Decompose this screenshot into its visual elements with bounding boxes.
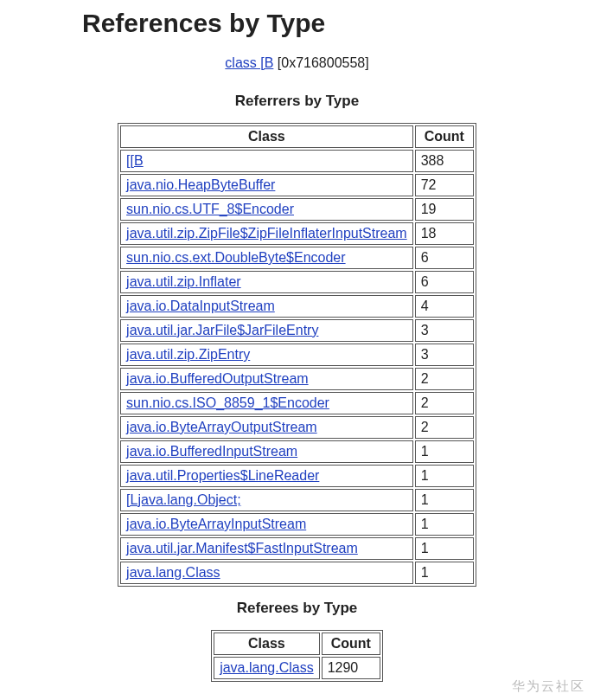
class-link[interactable]: java.io.DataInputStream — [126, 299, 275, 313]
count-cell: 388 — [415, 150, 474, 172]
class-cell: java.io.DataInputStream — [120, 295, 413, 318]
count-cell: 1 — [415, 489, 474, 511]
table-row: java.util.zip.ZipFile$ZipFileInflaterInp… — [120, 222, 474, 245]
class-cell: java.util.jar.Manifest$FastInputStream — [120, 537, 413, 560]
table-row: java.io.BufferedOutputStream2 — [120, 368, 474, 390]
table-row: sun.nio.cs.ext.DoubleByte$Encoder6 — [120, 247, 474, 269]
class-cell: java.io.BufferedInputStream — [120, 440, 413, 463]
class-link[interactable]: java.io.ByteArrayInputStream — [126, 517, 306, 531]
count-cell: 2 — [415, 368, 474, 390]
count-cell: 18 — [415, 222, 474, 245]
table-row: java.lang.Class1 — [120, 562, 474, 584]
table-row: sun.nio.cs.ISO_8859_1$Encoder2 — [120, 392, 474, 414]
count-cell: 72 — [415, 174, 474, 196]
class-cell: sun.nio.cs.ISO_8859_1$Encoder — [120, 392, 413, 414]
class-cell: [Ljava.lang.Object; — [120, 489, 413, 511]
referees-col-class: Class — [214, 633, 320, 655]
class-link[interactable]: sun.nio.cs.ISO_8859_1$Encoder — [126, 395, 329, 410]
class-link[interactable]: java.io.BufferedOutputStream — [126, 371, 309, 386]
referees-table: Class Count java.lang.Class1290 — [211, 630, 383, 682]
class-cell: java.io.ByteArrayInputStream — [120, 513, 413, 536]
referrers-table: Class Count [[B388java.nio.HeapByteBuffe… — [118, 123, 476, 587]
table-row: [[B388 — [120, 150, 474, 172]
class-cell: java.lang.Class — [214, 657, 320, 679]
page-title: References by Type — [82, 9, 577, 38]
class-cell: java.util.zip.ZipFile$ZipFileInflaterInp… — [120, 222, 413, 245]
table-row: java.nio.HeapByteBuffer72 — [120, 174, 474, 196]
class-cell: sun.nio.cs.UTF_8$Encoder — [120, 198, 413, 221]
count-cell: 1 — [415, 537, 474, 560]
subject-line: class [B [0x716800558] — [17, 55, 577, 71]
class-cell: sun.nio.cs.ext.DoubleByte$Encoder — [120, 247, 413, 269]
table-row: java.util.zip.ZipEntry3 — [120, 344, 474, 366]
table-row: java.util.jar.Manifest$FastInputStream1 — [120, 537, 474, 560]
class-link[interactable]: java.util.zip.Inflater — [126, 274, 241, 289]
class-cell: java.util.zip.ZipEntry — [120, 344, 413, 366]
class-cell: java.util.jar.JarFile$JarFileEntry — [120, 319, 413, 342]
class-link[interactable]: java.lang.Class — [126, 565, 220, 580]
table-row: java.util.Properties$LineReader1 — [120, 465, 474, 487]
class-link[interactable]: java.util.zip.ZipFile$ZipFileInflaterInp… — [126, 226, 407, 241]
class-cell: java.lang.Class — [120, 562, 413, 584]
count-cell: 1 — [415, 562, 474, 584]
count-cell: 1290 — [322, 657, 380, 679]
referrers-col-count: Count — [415, 125, 474, 148]
table-row: java.io.DataInputStream4 — [120, 295, 474, 318]
class-link[interactable]: java.util.zip.ZipEntry — [126, 347, 250, 362]
count-cell: 1 — [415, 465, 474, 487]
table-row: sun.nio.cs.UTF_8$Encoder19 — [120, 198, 474, 221]
watermark: 华为云社区 — [512, 678, 585, 695]
class-link[interactable]: java.io.ByteArrayOutputStream — [126, 420, 317, 434]
class-link[interactable]: java.io.BufferedInputStream — [126, 444, 297, 459]
count-cell: 1 — [415, 440, 474, 463]
referrers-col-class: Class — [120, 125, 413, 148]
class-link[interactable]: java.util.jar.JarFile$JarFileEntry — [126, 323, 318, 337]
class-cell: java.util.zip.Inflater — [120, 271, 413, 293]
subject-address: [0x716800558] — [278, 55, 369, 70]
count-cell: 2 — [415, 392, 474, 414]
class-cell: java.util.Properties$LineReader — [120, 465, 413, 487]
class-link[interactable]: [Ljava.lang.Object; — [126, 492, 241, 507]
class-cell: java.nio.HeapByteBuffer — [120, 174, 413, 196]
count-cell: 2 — [415, 416, 474, 439]
count-cell: 3 — [415, 344, 474, 366]
count-cell: 4 — [415, 295, 474, 318]
count-cell: 1 — [415, 513, 474, 536]
table-row: java.io.ByteArrayOutputStream2 — [120, 416, 474, 439]
class-link[interactable]: java.lang.Class — [220, 660, 314, 675]
table-row: java.io.BufferedInputStream1 — [120, 440, 474, 463]
class-link[interactable]: sun.nio.cs.UTF_8$Encoder — [126, 202, 294, 216]
class-link[interactable]: java.util.Properties$LineReader — [126, 468, 319, 483]
count-cell: 6 — [415, 247, 474, 269]
class-link[interactable]: sun.nio.cs.ext.DoubleByte$Encoder — [126, 250, 345, 265]
class-link[interactable]: java.nio.HeapByteBuffer — [126, 177, 275, 192]
subject-class-link[interactable]: class [B — [225, 55, 273, 70]
class-cell: [[B — [120, 150, 413, 172]
class-link[interactable]: [[B — [126, 153, 144, 168]
referees-col-count: Count — [322, 633, 380, 655]
table-row: [Ljava.lang.Object;1 — [120, 489, 474, 511]
class-cell: java.io.ByteArrayOutputStream — [120, 416, 413, 439]
table-row: java.io.ByteArrayInputStream1 — [120, 513, 474, 536]
table-row: java.lang.Class1290 — [214, 657, 380, 679]
table-row: java.util.jar.JarFile$JarFileEntry3 — [120, 319, 474, 342]
table-row: java.util.zip.Inflater6 — [120, 271, 474, 293]
count-cell: 3 — [415, 319, 474, 342]
referees-heading: Referees by Type — [17, 600, 577, 617]
class-cell: java.io.BufferedOutputStream — [120, 368, 413, 390]
class-link[interactable]: java.util.jar.Manifest$FastInputStream — [126, 541, 358, 556]
referrers-heading: Referrers by Type — [17, 93, 577, 110]
count-cell: 6 — [415, 271, 474, 293]
count-cell: 19 — [415, 198, 474, 221]
